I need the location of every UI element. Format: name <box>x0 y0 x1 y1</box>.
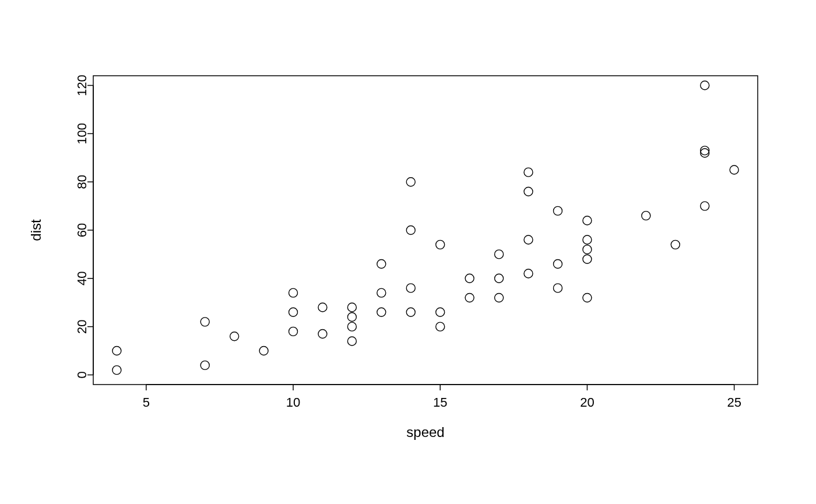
data-point <box>553 259 562 268</box>
y-tick-label: 120 <box>75 75 89 96</box>
y-axis-label: dist <box>28 219 44 241</box>
scatter-chart: 510152025 020406080100120 speed dist <box>0 0 816 504</box>
data-point <box>318 330 327 339</box>
data-point <box>347 303 356 312</box>
data-point <box>524 187 533 196</box>
data-point <box>436 240 445 249</box>
data-point <box>642 212 650 220</box>
x-tick-label: 15 <box>433 395 447 410</box>
y-axis: 020406080100120 <box>75 75 93 378</box>
data-point <box>701 81 709 90</box>
data-point <box>436 322 445 331</box>
data-point <box>230 332 239 341</box>
data-point <box>406 284 415 292</box>
y-tick-label: 80 <box>75 175 89 189</box>
x-tick-label: 25 <box>727 395 741 410</box>
data-point <box>495 274 504 283</box>
data-point <box>259 347 268 355</box>
data-point <box>406 226 415 235</box>
x-tick-label: 5 <box>143 395 150 410</box>
data-point <box>465 293 474 302</box>
data-point <box>524 235 533 244</box>
x-axis: 510152025 <box>143 385 741 410</box>
x-axis-label: speed <box>406 424 444 440</box>
data-point <box>347 337 356 346</box>
y-tick-label: 20 <box>75 319 89 333</box>
chart-svg: 510152025 020406080100120 speed dist <box>0 0 816 504</box>
data-point <box>289 308 298 316</box>
data-point <box>112 366 121 375</box>
data-point <box>583 216 592 225</box>
data-point <box>347 322 356 331</box>
data-point <box>583 293 592 302</box>
data-point <box>377 259 386 268</box>
data-point <box>701 202 709 210</box>
y-tick-label: 60 <box>75 223 89 237</box>
data-point <box>465 274 474 283</box>
data-point <box>583 245 592 254</box>
data-point <box>201 361 209 369</box>
data-point <box>406 178 415 186</box>
data-point <box>318 303 327 312</box>
data-point <box>201 318 209 326</box>
data-point <box>495 250 504 259</box>
x-tick-label: 10 <box>286 395 300 410</box>
data-point <box>583 235 592 244</box>
data-point <box>112 347 121 355</box>
data-point <box>436 308 445 316</box>
data-point <box>671 240 680 249</box>
data-point <box>495 293 504 302</box>
data-point <box>583 255 592 263</box>
data-point <box>377 308 386 316</box>
y-tick-label: 100 <box>75 123 89 144</box>
y-tick-label: 0 <box>75 371 89 378</box>
plot-border <box>93 76 758 385</box>
y-tick-label: 40 <box>75 272 89 286</box>
data-point <box>406 308 415 316</box>
data-point <box>289 288 298 297</box>
data-point <box>347 313 356 322</box>
data-point <box>701 146 709 155</box>
data-point <box>377 288 386 297</box>
data-point <box>701 149 709 157</box>
data-point <box>289 327 298 336</box>
data-point <box>730 165 738 174</box>
data-points <box>112 81 738 375</box>
data-point <box>524 168 533 177</box>
data-point <box>553 284 562 292</box>
x-tick-label: 20 <box>580 395 594 410</box>
data-point <box>524 269 533 278</box>
data-point <box>553 206 562 215</box>
